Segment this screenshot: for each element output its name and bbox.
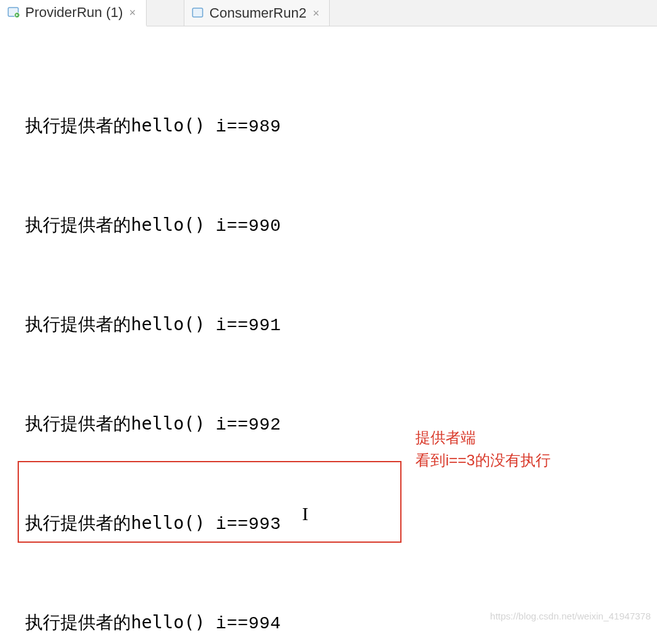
annotation: 提供者端 看到i==3的没有执行 [415,426,551,472]
tab-provider-run[interactable]: ProviderRun (1) × [0,0,147,26]
svg-rect-2 [193,8,203,17]
console-output[interactable]: 执行提供者的hello() i==989 执行提供者的hello() i==99… [0,26,657,644]
watermark: https://blog.csdn.net/weixin_41947378 [490,611,651,621]
console-line: 执行提供者的hello() i==989 [25,109,657,143]
file-icon [192,8,205,19]
close-icon[interactable]: × [128,7,137,18]
annotation-line-1: 提供者端 [415,426,551,449]
close-icon[interactable]: × [312,8,321,19]
console-line: 执行提供者的hello() i==993 [25,507,657,541]
tab-spacer [147,0,184,26]
run-icon [8,7,20,18]
annotation-line-2: 看到i==3的没有执行 [415,449,551,472]
tab-consumer-run[interactable]: ConsumerRun2 × [184,0,330,26]
console-line: 执行提供者的hello() i==991 [25,308,657,342]
tab-bar: ProviderRun (1) × ConsumerRun2 × [0,0,657,26]
tab-label-active: ProviderRun (1) [25,4,123,21]
console-line: 执行提供者的hello() i==990 [25,209,657,243]
tab-label-other: ConsumerRun2 [210,5,306,21]
console-line: 执行提供者的hello() i==992 [25,408,657,441]
